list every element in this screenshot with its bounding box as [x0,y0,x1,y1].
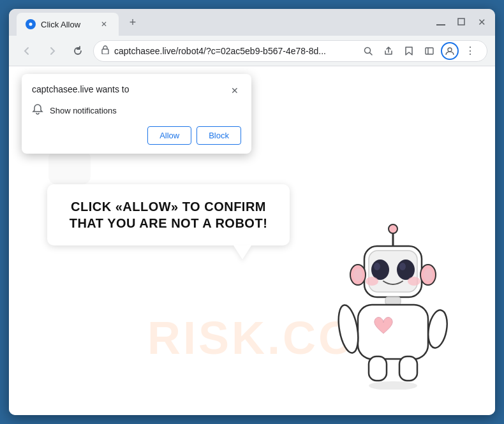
minimize-button[interactable] [435,18,447,27]
svg-point-34 [369,381,417,390]
svg-point-15 [389,224,397,233]
popup-notification-row: Show notifications [32,103,241,117]
popup-header: captchasee.live wants to ✕ [32,84,241,97]
window-controls: ✕ [435,17,487,28]
menu-button[interactable]: ⋮ [461,42,479,60]
forward-button[interactable] [42,41,63,61]
svg-point-29 [426,309,450,349]
svg-point-19 [397,260,415,280]
new-tab-button[interactable]: + [124,13,142,31]
tab-close-button[interactable]: ✕ [98,18,110,30]
sidebar-button[interactable] [420,42,438,60]
svg-point-21 [399,263,406,270]
svg-rect-24 [385,297,401,305]
maximize-button[interactable] [456,18,467,27]
svg-point-31 [424,268,433,281]
svg-point-26 [336,303,362,355]
svg-point-22 [366,277,378,286]
svg-point-23 [408,277,420,286]
popup-buttons: Allow Block [32,126,241,145]
search-button[interactable] [359,42,377,60]
svg-rect-11 [48,151,91,185]
svg-point-28 [353,268,362,281]
svg-point-18 [371,260,389,280]
svg-rect-4 [102,49,108,54]
bell-icon [32,103,43,117]
svg-line-6 [370,52,373,55]
address-actions: ⋮ [359,42,479,60]
robot-svg [329,224,457,390]
popup-close-button[interactable]: ✕ [228,84,241,97]
svg-rect-32 [369,356,387,381]
tab-title: Click Allow [41,20,80,29]
svg-rect-25 [358,305,428,359]
svg-point-20 [374,263,380,270]
close-button[interactable]: ✕ [476,17,487,28]
back-button[interactable] [17,41,37,61]
svg-rect-2 [436,24,445,26]
block-button[interactable]: Block [196,126,241,145]
robot-character [329,224,457,390]
bookmark-button[interactable] [400,42,418,60]
reload-button[interactable] [68,41,88,61]
tab-favicon [26,19,36,29]
allow-button[interactable]: Allow [147,126,191,145]
popup-notification-text: Show notifications [50,106,117,115]
profile-button[interactable] [441,42,459,60]
popup-title: captchasee.live wants to [32,84,130,94]
address-text: captchasee.live/robot4/?c=02ac5eb9-b567-… [114,46,354,56]
share-button[interactable] [380,42,397,60]
watermark: RISK.CO [147,312,357,364]
speech-bubble: CLICK «ALLOW» TO CONFIRM THAT YOU ARE NO… [47,184,290,245]
title-bar: Click Allow ✕ + ✕ [9,9,495,36]
svg-point-1 [29,23,33,26]
svg-rect-7 [426,48,433,54]
bubble-text: CLICK «ALLOW» TO CONFIRM THAT YOU ARE NO… [65,198,272,231]
svg-rect-3 [458,18,464,25]
svg-rect-33 [399,356,417,381]
lock-icon [101,45,109,56]
svg-point-9 [448,48,452,52]
notification-popup: captchasee.live wants to ✕ Show notifica… [22,74,251,154]
navigation-bar: captchasee.live/robot4/?c=02ac5eb9-b567-… [9,36,495,66]
browser-window: Click Allow ✕ + ✕ captchase [9,9,495,415]
address-bar[interactable]: captchasee.live/robot4/?c=02ac5eb9-b567-… [93,40,487,62]
browser-tab[interactable]: Click Allow ✕ [17,13,119,36]
page-content: RISK.CO captchasee.live wants to ✕ Show … [9,66,495,415]
